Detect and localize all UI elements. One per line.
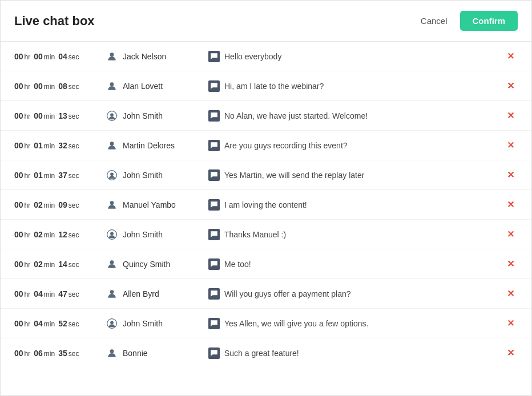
user-name: Manuel Yambo	[123, 200, 176, 209]
time-hr: 00	[14, 82, 23, 91]
table-row: 00 hr 02 min 09 sec Manuel Yambo I am lo…	[1, 190, 531, 220]
time-block: 00 hr 01 min 37 sec	[14, 171, 106, 180]
message-block: I am loving the content!	[208, 199, 503, 211]
app-container: Live chat box Cancel Confirm 00 hr 00 mi…	[0, 0, 532, 396]
delete-button[interactable]: ✕	[503, 50, 518, 63]
delete-button[interactable]: ✕	[503, 79, 518, 92]
time-hr-label: hr	[25, 261, 31, 269]
chat-bubble-icon	[208, 347, 220, 359]
message-block: No Alan, we have just started. Welcome!	[208, 110, 503, 122]
message-block: Thanks Manuel :)	[208, 229, 503, 240]
table-row: 00 hr 00 min 08 sec Alan Lovett Hi, am I…	[1, 71, 531, 101]
user-block: Quincy Smith	[106, 258, 208, 270]
cancel-button[interactable]: Cancel	[415, 13, 453, 29]
time-sec: 12	[58, 230, 67, 239]
svg-point-13	[110, 321, 114, 324]
time-hr: 00	[14, 141, 23, 150]
time-block: 00 hr 06 min 35 sec	[14, 349, 106, 358]
chat-bubble-icon	[208, 199, 220, 211]
time-hr: 00	[14, 230, 23, 239]
admin-icon	[106, 169, 118, 181]
time-min: 01	[34, 141, 43, 150]
time-min-label: min	[44, 350, 55, 358]
table-row: 00 hr 00 min 13 sec John Smith No Alan, …	[1, 101, 531, 131]
header: Live chat box Cancel Confirm	[1, 1, 531, 42]
time-sec-label: sec	[68, 290, 79, 298]
message-text: Thanks Manuel :)	[224, 230, 286, 239]
message-block: Will you guys offer a payment plan?	[208, 288, 503, 300]
time-hr: 00	[14, 111, 23, 120]
time-min-label: min	[44, 320, 55, 328]
delete-button[interactable]: ✕	[503, 287, 518, 300]
user-name: John Smith	[123, 111, 163, 120]
time-sec: 14	[58, 260, 67, 269]
delete-button[interactable]: ✕	[503, 198, 518, 211]
table-row: 00 hr 04 min 52 sec John Smith Yes Allen…	[1, 309, 531, 338]
user-block: Alan Lovett	[106, 80, 208, 92]
time-sec-label: sec	[68, 142, 79, 150]
time-sec-label: sec	[68, 112, 79, 120]
user-name: Jack Nelson	[123, 52, 166, 61]
table-row: 00 hr 04 min 47 sec Allen Byrd Will you …	[1, 279, 531, 309]
chat-bubble-icon	[208, 140, 220, 151]
message-text: No Alan, we have just started. Welcome!	[224, 111, 368, 120]
time-sec-label: sec	[68, 172, 79, 180]
message-block: Are you guys recording this event?	[208, 140, 503, 151]
delete-button[interactable]: ✕	[503, 228, 518, 241]
svg-point-0	[110, 52, 114, 56]
admin-icon	[106, 110, 118, 122]
delete-button[interactable]: ✕	[503, 168, 518, 181]
user-name: Quincy Smith	[123, 260, 170, 269]
user-block: Bonnie	[106, 347, 208, 359]
time-sec: 32	[58, 141, 67, 150]
user-name: Bonnie	[123, 349, 148, 358]
table-row: 00 hr 00 min 04 sec Jack Nelson Hello ev…	[1, 42, 531, 71]
time-hr-label: hr	[25, 83, 31, 91]
time-hr-label: hr	[25, 290, 31, 298]
user-name: Alan Lovett	[123, 82, 163, 91]
user-name: Allen Byrd	[123, 289, 159, 298]
message-block: Hello everybody	[208, 51, 503, 62]
message-block: Such a great feature!	[208, 347, 503, 359]
svg-point-7	[110, 201, 114, 205]
delete-button[interactable]: ✕	[503, 109, 518, 122]
delete-button[interactable]: ✕	[503, 257, 518, 270]
time-min: 02	[34, 200, 43, 209]
delete-button[interactable]: ✕	[503, 346, 518, 359]
time-min-label: min	[44, 142, 55, 150]
time-min-label: min	[44, 172, 55, 180]
delete-button[interactable]: ✕	[503, 139, 518, 152]
person-icon	[106, 139, 118, 152]
time-min: 02	[34, 260, 43, 269]
chat-bubble-icon	[208, 110, 220, 122]
time-hr: 00	[14, 289, 23, 298]
svg-point-14	[110, 349, 114, 353]
user-name: John Smith	[123, 319, 163, 328]
svg-point-4	[110, 142, 114, 146]
person-icon	[106, 288, 118, 300]
table-row: 00 hr 01 min 32 sec Martin Delores Are y…	[1, 131, 531, 160]
time-sec: 08	[58, 82, 67, 91]
time-sec-label: sec	[68, 201, 79, 209]
time-min: 06	[34, 349, 43, 358]
time-hr-label: hr	[25, 350, 31, 358]
time-block: 00 hr 04 min 52 sec	[14, 319, 106, 328]
page-title: Live chat box	[14, 14, 95, 29]
time-hr-label: hr	[25, 53, 31, 61]
user-name: John Smith	[123, 171, 163, 180]
confirm-button[interactable]: Confirm	[460, 11, 518, 31]
message-text: Will you guys offer a payment plan?	[224, 289, 351, 298]
time-min-label: min	[44, 201, 55, 209]
delete-button[interactable]: ✕	[503, 317, 518, 330]
svg-point-11	[110, 290, 114, 294]
time-block: 00 hr 02 min 12 sec	[14, 230, 106, 239]
message-text: Yes Martin, we will send the replay late…	[224, 171, 364, 180]
user-block: Martin Delores	[106, 139, 208, 152]
table-row: 00 hr 02 min 12 sec John Smith Thanks Ma…	[1, 220, 531, 249]
time-sec: 37	[58, 171, 67, 180]
person-icon	[106, 199, 118, 211]
user-name: Martin Delores	[123, 141, 175, 150]
time-sec-label: sec	[68, 231, 79, 239]
time-min: 04	[34, 319, 43, 328]
time-sec: 09	[58, 200, 67, 209]
